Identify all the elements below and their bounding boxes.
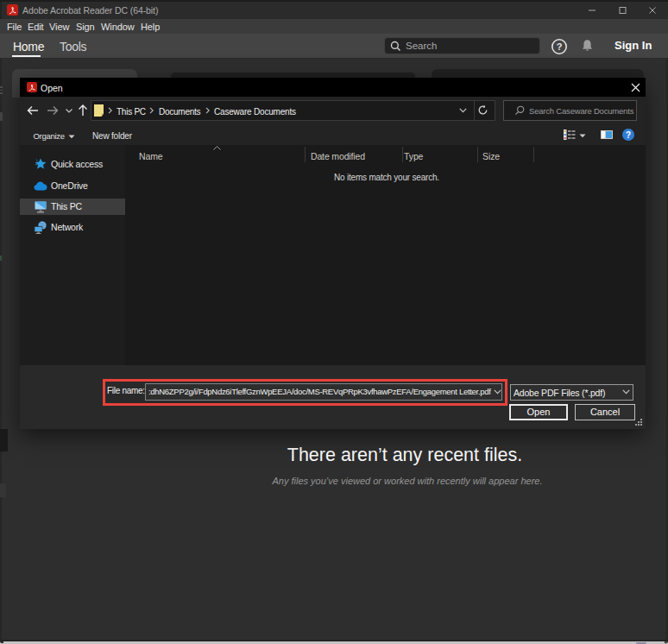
svg-text:?: ? bbox=[626, 130, 631, 140]
svg-text:?: ? bbox=[557, 41, 563, 52]
